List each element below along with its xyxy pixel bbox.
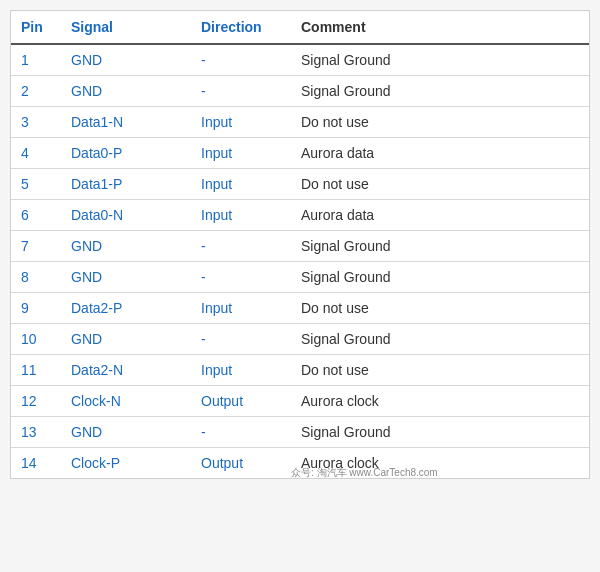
cell-direction: - (191, 231, 291, 262)
cell-comment: Aurora clock (291, 386, 589, 417)
table-row: 1GND-Signal Ground (11, 44, 589, 76)
cell-direction: Input (191, 200, 291, 231)
cell-signal: Data1-N (61, 107, 191, 138)
table-row: 12Clock-NOutputAurora clock (11, 386, 589, 417)
table-row: 3Data1-NInputDo not use (11, 107, 589, 138)
table-row: 4Data0-PInputAurora data (11, 138, 589, 169)
table-row: 5Data1-PInputDo not use (11, 169, 589, 200)
cell-comment: Signal Ground (291, 262, 589, 293)
cell-direction: Input (191, 355, 291, 386)
cell-signal: Data0-P (61, 138, 191, 169)
cell-comment: Do not use (291, 107, 589, 138)
cell-direction: Output (191, 386, 291, 417)
cell-direction: Input (191, 293, 291, 324)
cell-pin: 7 (11, 231, 61, 262)
header-comment: Comment (291, 11, 589, 44)
table-row: 2GND-Signal Ground (11, 76, 589, 107)
cell-pin: 4 (11, 138, 61, 169)
header-pin: Pin (11, 11, 61, 44)
table-row: 9Data2-PInputDo not use (11, 293, 589, 324)
table-row: 10GND-Signal Ground (11, 324, 589, 355)
cell-signal: GND (61, 44, 191, 76)
cell-signal: GND (61, 76, 191, 107)
pin-table-container: Pin Signal Direction Comment 1GND-Signal… (10, 10, 590, 479)
pin-table: Pin Signal Direction Comment 1GND-Signal… (11, 11, 589, 478)
cell-comment: Signal Ground (291, 417, 589, 448)
table-row: 6Data0-NInputAurora data (11, 200, 589, 231)
cell-comment: Signal Ground (291, 231, 589, 262)
cell-comment: Aurora data (291, 138, 589, 169)
cell-pin: 13 (11, 417, 61, 448)
cell-pin: 10 (11, 324, 61, 355)
cell-direction: Input (191, 169, 291, 200)
cell-signal: Clock-N (61, 386, 191, 417)
cell-signal: GND (61, 324, 191, 355)
cell-comment: Do not use (291, 355, 589, 386)
cell-pin: 12 (11, 386, 61, 417)
cell-comment: Do not use (291, 169, 589, 200)
cell-direction: - (191, 324, 291, 355)
cell-pin: 3 (11, 107, 61, 138)
cell-comment: Aurora clock众号: 淘汽车 www.CarTech8.com (291, 448, 589, 479)
cell-pin: 14 (11, 448, 61, 479)
cell-pin: 11 (11, 355, 61, 386)
cell-direction: - (191, 262, 291, 293)
cell-direction: Input (191, 107, 291, 138)
cell-direction: Input (191, 138, 291, 169)
cell-signal: GND (61, 231, 191, 262)
cell-pin: 1 (11, 44, 61, 76)
cell-comment: Aurora data (291, 200, 589, 231)
cell-signal: Data0-N (61, 200, 191, 231)
table-row: 14Clock-POutputAurora clock众号: 淘汽车 www.C… (11, 448, 589, 479)
cell-pin: 5 (11, 169, 61, 200)
cell-signal: GND (61, 417, 191, 448)
cell-pin: 2 (11, 76, 61, 107)
cell-comment: Signal Ground (291, 324, 589, 355)
cell-direction: - (191, 76, 291, 107)
table-row: 13GND-Signal Ground (11, 417, 589, 448)
cell-pin: 9 (11, 293, 61, 324)
cell-comment: Do not use (291, 293, 589, 324)
cell-comment: Signal Ground (291, 44, 589, 76)
cell-direction: - (191, 417, 291, 448)
header-direction: Direction (191, 11, 291, 44)
cell-pin: 6 (11, 200, 61, 231)
header-signal: Signal (61, 11, 191, 44)
table-row: 7GND-Signal Ground (11, 231, 589, 262)
cell-signal: GND (61, 262, 191, 293)
cell-comment: Signal Ground (291, 76, 589, 107)
cell-signal: Data1-P (61, 169, 191, 200)
table-body: 1GND-Signal Ground2GND-Signal Ground3Dat… (11, 44, 589, 478)
table-row: 11Data2-NInputDo not use (11, 355, 589, 386)
cell-signal: Clock-P (61, 448, 191, 479)
cell-direction: - (191, 44, 291, 76)
table-header-row: Pin Signal Direction Comment (11, 11, 589, 44)
cell-pin: 8 (11, 262, 61, 293)
table-row: 8GND-Signal Ground (11, 262, 589, 293)
cell-direction: Output (191, 448, 291, 479)
cell-signal: Data2-P (61, 293, 191, 324)
cell-signal: Data2-N (61, 355, 191, 386)
